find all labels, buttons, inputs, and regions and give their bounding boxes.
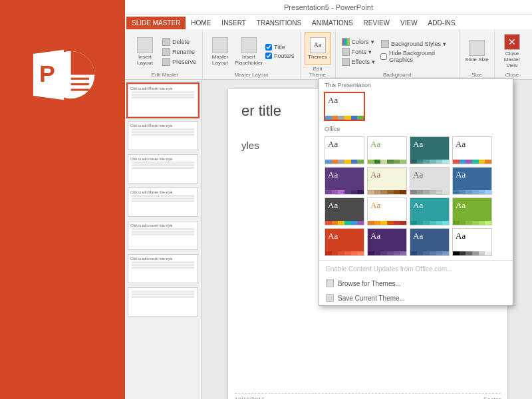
group-label: Edit Theme [305,65,331,78]
slide-size-button[interactable]: Slide Size [464,32,490,71]
group-edit-theme: Aa Themes Edit Theme [301,31,336,79]
insert-placeholder-icon [241,37,257,53]
theme-swatch[interactable]: Aa [325,136,364,164]
bg-styles-button[interactable]: Background Styles▾ [379,39,455,49]
rename-button[interactable]: Rename [160,47,198,57]
fonts-icon [342,48,350,56]
theme-swatch[interactable]: Aa [410,167,450,195]
close-master-view-button[interactable]: ✕ Close Master View [499,32,525,71]
tab-slide-master[interactable]: SLIDE MASTER [126,17,186,29]
group-label: Close [499,71,525,78]
ribbon: Insert Layout Delete Rename Preserve Edi… [125,29,532,80]
tab-view[interactable]: VIEW [395,17,423,29]
group-size: Slide Size Size [460,31,495,79]
group-background: Colors▾ Fonts▾ Effects▾ Background Style… [336,31,460,79]
theme-swatch[interactable]: Aa [452,198,492,225]
folder-icon [326,279,334,287]
theme-swatch[interactable]: Aa [452,136,492,164]
group-master-layout: Master Layout Insert Placeholder Title F… [203,31,301,79]
tab-add-ins[interactable]: ADD-INS [423,17,461,29]
colors-button[interactable]: Colors▾ [340,37,377,47]
theme-swatch[interactable]: Aa [452,228,492,256]
svg-rect-1 [71,78,89,80]
gallery-section-office: Office [319,123,513,134]
layout-thumb[interactable]: Click to edit Master title style [128,188,198,217]
theme-swatch[interactable]: Aa [367,167,407,195]
theme-swatch[interactable]: Aa [410,228,450,256]
gallery-this-row: Aa [319,90,513,123]
slide-date[interactable]: 10/10/2016 [235,396,265,399]
tab-insert[interactable]: INSERT [216,17,251,29]
theme-swatch[interactable]: Aa [410,136,450,164]
preserve-icon [162,58,170,66]
gallery-office-row: AaAaAaAaAaAaAaAaAaAaAaAaAaAaAaAa [319,134,513,259]
slide-size-icon [469,40,485,56]
effects-button[interactable]: Effects▾ [340,57,377,66]
rename-icon [162,48,170,56]
master-layout-button[interactable]: Master Layout [207,32,233,71]
themes-button[interactable]: Aa Themes [305,32,331,65]
delete-icon [162,38,170,46]
theme-swatch[interactable]: Aa [367,136,407,164]
theme-swatch[interactable]: Aa [452,167,492,195]
app-window: Presentation5 - PowerPoint SLIDE MASTERH… [125,0,532,399]
thumbnail-panel[interactable]: Click to edit Master title styleClick to… [125,80,201,399]
insert-placeholder-button[interactable]: Insert Placeholder [235,32,262,71]
master-thumb[interactable]: Click to edit Master title style [128,84,198,117]
theme-swatch[interactable]: Aa [325,198,364,225]
layout-thumb[interactable]: Click to edit master title style [128,221,198,250]
group-label: Edit Master [132,71,198,78]
tab-home[interactable]: HOME [186,17,216,29]
titlebar: Presentation5 - PowerPoint [125,0,532,15]
gallery-section-this: This Presentation [319,79,513,90]
footers-checkbox[interactable]: Footers [264,52,296,60]
hide-bg-checkbox[interactable]: Hide Background Graphics [379,49,455,64]
group-label: Size [464,71,490,78]
master-layout-icon [212,37,228,53]
tab-transitions[interactable]: TRANSITIONS [251,17,307,29]
themes-gallery-popup: This Presentation Aa Office AaAaAaAaAaAa… [319,78,513,306]
chevron-down-icon: ▾ [371,39,374,45]
chevron-down-icon: ▾ [372,59,375,65]
close-icon: ✕ [504,34,520,50]
layout-thumb[interactable]: Click to edit master title style [128,154,198,184]
chevron-down-icon: ▾ [368,49,372,55]
insert-layout-button[interactable]: Insert Layout [132,32,158,71]
layout-thumb[interactable]: Click to edit Master title style [128,121,198,150]
group-label: Background [340,71,455,78]
delete-button[interactable]: Delete [160,37,198,47]
bg-styles-icon [381,40,389,48]
tab-animations[interactable]: ANIMATIONS [307,17,358,29]
powerpoint-logo-icon: P [26,40,99,110]
colors-icon [342,38,350,46]
preserve-button[interactable]: Preserve [160,57,198,66]
browse-themes-link[interactable]: Browse for Themes... [319,276,513,291]
theme-swatch[interactable]: Aa [325,92,364,120]
theme-swatch[interactable]: Aa [325,167,364,195]
save-icon [326,294,334,302]
title-checkbox[interactable]: Title [264,43,296,51]
effects-icon [342,58,350,66]
window-title: Presentation5 - PowerPoint [284,3,373,11]
svg-rect-2 [71,83,89,85]
group-label: Master Layout [207,71,296,78]
tab-review[interactable]: REVIEW [358,17,395,29]
insert-layout-icon [137,37,153,53]
theme-swatch[interactable]: Aa [325,228,364,256]
ribbon-tabs: SLIDE MASTERHOMEINSERTTRANSITIONSANIMATI… [125,15,532,29]
theme-swatch[interactable]: Aa [367,228,407,256]
svg-text:P: P [39,61,55,87]
svg-rect-3 [71,89,89,91]
layout-thumb[interactable]: Click to edit master title style [128,254,198,283]
layout-thumb[interactable] [128,287,198,317]
group-edit-master: Insert Layout Delete Rename Preserve Edi… [128,31,203,79]
slide-footer-text[interactable]: Footer [483,396,501,399]
chevron-down-icon: ▾ [443,41,446,47]
save-theme-link[interactable]: Save Current Theme... [319,291,513,305]
theme-swatch[interactable]: Aa [410,198,450,225]
enable-updates-link: Enable Content Updates from Office.com..… [319,262,513,276]
fonts-button[interactable]: Fonts▾ [340,47,377,57]
brand-banner: P [0,0,125,399]
theme-swatch[interactable]: Aa [367,198,407,225]
group-close: ✕ Close Master View Close [495,31,529,79]
